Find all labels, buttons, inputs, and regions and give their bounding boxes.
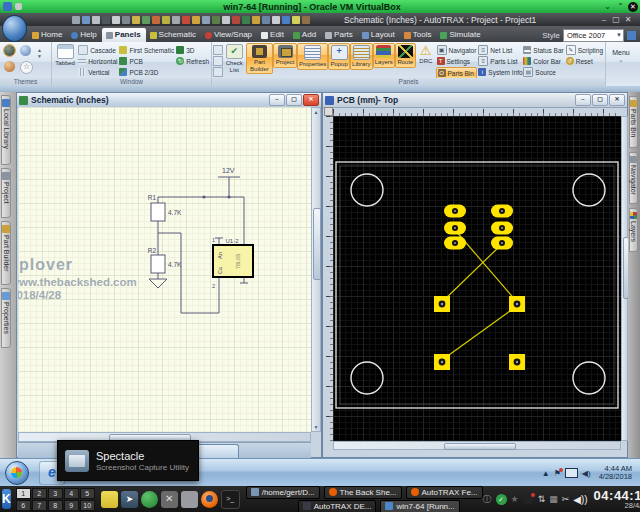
- side-tab-layers[interactable]: Layers: [629, 208, 638, 252]
- style-dropdown[interactable]: Office 2007▼: [563, 29, 624, 42]
- refresh-button[interactable]: ↻Refresh: [175, 56, 210, 66]
- vm-minimize-button[interactable]: ⌄: [602, 1, 613, 12]
- qat-icon[interactable]: [122, 16, 130, 24]
- qat-icon[interactable]: [202, 16, 210, 24]
- scroll-up-icon[interactable]: ▲: [312, 109, 320, 115]
- schematic-vertical-scrollbar[interactable]: ▲ ▼: [311, 107, 321, 432]
- pcb-window-titlebar[interactable]: PCB (mm)- Top – ▢ ✕: [323, 93, 627, 108]
- favorites-icon[interactable]: ★: [511, 494, 519, 504]
- pin-icon[interactable]: [15, 3, 22, 10]
- task-firefox-1[interactable]: The Back She...: [324, 486, 402, 499]
- device-icon[interactable]: ⇅: [538, 494, 546, 504]
- tab-home[interactable]: Home: [28, 28, 67, 42]
- screenshot-tool-icon[interactable]: ➤: [121, 491, 138, 508]
- menu-button[interactable]: Menu ⌄: [607, 49, 635, 64]
- scripting-button[interactable]: ✎Scripting: [565, 45, 604, 55]
- desktop-3[interactable]: 3: [48, 488, 63, 499]
- desktop-8[interactable]: 8: [48, 500, 63, 511]
- qat-icon[interactable]: [72, 16, 80, 24]
- qat-icon[interactable]: [292, 16, 300, 24]
- headset-icon[interactable]: [523, 494, 534, 505]
- qat-icon[interactable]: [232, 16, 240, 24]
- parts-list-button[interactable]: ≡Parts List: [477, 56, 522, 66]
- updates-ok-icon[interactable]: ✓: [496, 494, 507, 505]
- pcb-button[interactable]: PCB: [118, 56, 175, 66]
- qat-icon[interactable]: [272, 16, 280, 24]
- task-virtualbox-vm[interactable]: win7-64 [Runn...: [380, 500, 459, 512]
- qat-icon[interactable]: [172, 16, 180, 24]
- app-icon[interactable]: [181, 491, 198, 508]
- task-firefox-2[interactable]: AutoTRAX Fe...: [406, 486, 483, 499]
- vertical-button[interactable]: Vertical: [77, 67, 118, 77]
- qat-icon[interactable]: [192, 16, 200, 24]
- theme-swatch-blue[interactable]: [20, 45, 31, 56]
- qat-icon[interactable]: [252, 16, 260, 24]
- task-file-manager[interactable]: /home/gert/D...: [246, 486, 320, 499]
- qat-icon[interactable]: [102, 16, 110, 24]
- color-bar-button[interactable]: Color Bar: [522, 56, 564, 66]
- cascade-button[interactable]: Cascade: [77, 45, 118, 55]
- desktop-9[interactable]: 9: [64, 500, 79, 511]
- mini-window-icon[interactable]: [213, 56, 223, 66]
- 3d-button[interactable]: 3D: [175, 45, 210, 55]
- desktop-5[interactable]: 5: [80, 488, 95, 499]
- qat-icon[interactable]: [82, 16, 90, 24]
- qat-icon[interactable]: [92, 16, 100, 24]
- qat-icon[interactable]: [162, 16, 170, 24]
- drc-button[interactable]: ⚠ DRC: [416, 43, 435, 66]
- first-schematic-button[interactable]: First Schematic: [118, 45, 175, 55]
- tab-schematic[interactable]: Schematic: [146, 28, 201, 42]
- pcb-23d-button[interactable]: PCB 2/3D: [118, 67, 175, 77]
- pcb-horizontal-scrollbar[interactable]: [333, 441, 621, 450]
- app-close-button[interactable]: ✕: [622, 15, 634, 24]
- qat-icon[interactable]: [222, 16, 230, 24]
- action-center-flag-icon[interactable]: ⚑: [554, 469, 561, 478]
- task-autotrax[interactable]: AutoTRAX DE...: [298, 500, 377, 512]
- notes-icon[interactable]: [101, 491, 118, 508]
- pcb-vertical-scrollbar[interactable]: [621, 116, 628, 441]
- qat-icon[interactable]: [112, 16, 120, 24]
- desktop-2[interactable]: 2: [32, 488, 47, 499]
- desktop-1[interactable]: 1: [16, 488, 31, 499]
- pcb-restore-button[interactable]: ▢: [592, 94, 608, 106]
- component-pads[interactable]: [434, 205, 525, 371]
- horizontal-button[interactable]: Horizontal: [77, 56, 118, 66]
- sidebar-tab-project[interactable]: Project: [1, 168, 11, 218]
- qat-icon[interactable]: [132, 16, 140, 24]
- scroll-down-icon[interactable]: ▼: [312, 424, 320, 430]
- app-maximize-button[interactable]: ▢: [610, 15, 622, 24]
- pcb-canvas[interactable]: [333, 116, 621, 441]
- tab-parts[interactable]: Parts: [321, 28, 358, 42]
- start-button[interactable]: [5, 461, 29, 485]
- tab-panels[interactable]: Panels: [102, 28, 146, 42]
- notification-popup[interactable]: Spectacle Screenshot Capture Utility: [57, 440, 199, 481]
- qat-icon[interactable]: [282, 16, 290, 24]
- vm-restore-button[interactable]: ⌃: [615, 1, 626, 12]
- ruler-corner-icon[interactable]: [324, 107, 333, 116]
- style-extra-icon[interactable]: [627, 31, 636, 40]
- input-method-icon[interactable]: ▦: [549, 494, 558, 504]
- network-icon[interactable]: [565, 468, 578, 478]
- side-tab-navigator[interactable]: Navigator: [629, 152, 638, 204]
- utilities-icon[interactable]: ✕: [161, 491, 178, 508]
- theme-swatch-orange[interactable]: [4, 61, 15, 72]
- mini-window-icon[interactable]: [213, 67, 223, 77]
- terminal-icon[interactable]: >_: [221, 490, 240, 509]
- tab-tools[interactable]: Tools: [400, 28, 437, 42]
- tabbed-button[interactable]: Tabbed: [53, 43, 77, 68]
- vm-close-button[interactable]: ✕: [628, 2, 638, 12]
- info-status-icon[interactable]: ⓘ: [483, 493, 492, 506]
- application-menu-orb[interactable]: [2, 15, 27, 42]
- part-builder-button[interactable]: Part Builder: [246, 43, 274, 74]
- qat-icon[interactable]: [242, 16, 250, 24]
- sidebar-tab-local-library[interactable]: Local Library: [1, 95, 11, 165]
- vm-clock[interactable]: 4:44 AM 4/28/2018: [599, 465, 640, 482]
- theme-swatch-star[interactable]: ☆: [20, 61, 33, 74]
- navigator-button[interactable]: ▣Navigator: [436, 45, 478, 55]
- qat-icon[interactable]: [142, 16, 150, 24]
- themes-scroll-down[interactable]: ▼: [37, 53, 42, 59]
- pcb-minimize-button[interactable]: –: [575, 94, 591, 106]
- firefox-icon[interactable]: [201, 491, 218, 508]
- schematic-window-titlebar[interactable]: Schematic (Inches) – ▢ ✕: [17, 93, 321, 108]
- qat-icon[interactable]: [302, 16, 310, 24]
